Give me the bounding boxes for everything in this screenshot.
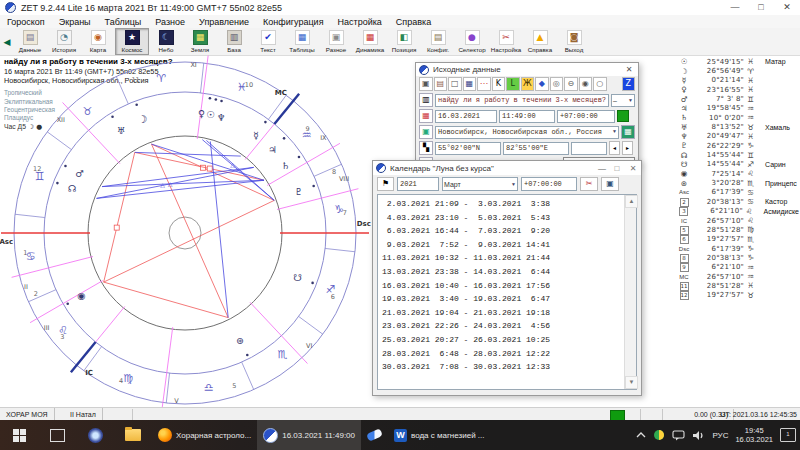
copy-icon[interactable]: ▣	[419, 77, 433, 91]
kite-icon[interactable]: ◆	[535, 77, 549, 91]
longitude-input[interactable]: 82°55'00"E	[503, 142, 569, 155]
now-icon[interactable]: ⋯	[477, 77, 491, 91]
toolbar-button-[interactable]: ◔История	[47, 28, 81, 55]
toolbar-button-[interactable]: ◙Выход	[557, 28, 591, 55]
menu-item-8[interactable]: Справка	[389, 17, 438, 27]
calendar-row[interactable]: 4.03.2021 23:10 - 5.03.2021 5:43	[382, 211, 623, 225]
toolbar-button-[interactable]: ▥База	[217, 28, 251, 55]
toolbar-button-[interactable]: ◧Позиция	[387, 28, 421, 55]
calendar-rows[interactable]: 2.03.2021 21:09 - 3.03.2021 3:38 4.03.20…	[382, 197, 623, 387]
date-row-icon[interactable]: ▦	[419, 109, 433, 123]
calendar-row[interactable]: 16.03.2021 10:40 - 16.03.2021 17:56	[382, 279, 623, 293]
calendar-row[interactable]: 2.03.2021 21:09 - 3.03.2021 3:38	[382, 197, 623, 211]
flag-icon[interactable]: ⚑	[377, 177, 394, 191]
calendar-row[interactable]: 21.03.2021 19:04 - 21.03.2021 19:18	[382, 306, 623, 320]
copy-list-icon[interactable]: ▣	[601, 177, 619, 191]
calendar-timezone-input[interactable]: +07:00:00	[521, 177, 577, 191]
dial1-icon[interactable]: ◎	[550, 77, 564, 91]
source-dialog-titlebar[interactable]: Исходные данные ✕	[416, 63, 638, 76]
antivirus-icon[interactable]	[653, 429, 665, 441]
toolbar-button-[interactable]: ▣Разное	[319, 28, 353, 55]
menu-item-5[interactable]: Управление	[192, 17, 256, 27]
save-icon[interactable]: ▦	[463, 77, 477, 91]
calendar-row[interactable]: 23.03.2021 22:26 - 24.03.2021 4:56	[382, 319, 623, 333]
calendar-row[interactable]: 28.03.2021 6:48 - 28.03.2021 12:22	[382, 347, 623, 361]
toolbar-button-[interactable]: ★Космос	[115, 28, 149, 55]
tray-chevron-icon[interactable]	[636, 431, 646, 439]
toolbar-button-[interactable]: ●Селектор	[455, 28, 489, 55]
zh-icon[interactable]: Ж	[521, 77, 535, 91]
menu-item-3[interactable]: Таблицы	[98, 17, 149, 27]
taskbar-app-zet[interactable]: 16.03.2021 11:49:00	[257, 420, 361, 450]
source-dialog-close-icon[interactable]: ✕	[620, 65, 638, 74]
calendar-scrollbar[interactable]: ▲ ▼	[624, 195, 636, 389]
date-input[interactable]: 16.03.2021	[435, 110, 497, 123]
spin-left-icon[interactable]: ◂	[609, 141, 620, 155]
speaker-icon[interactable]	[692, 430, 705, 441]
maximize-button[interactable]: □	[748, 0, 774, 15]
toolbar-button-[interactable]: ☾Небо	[149, 28, 183, 55]
calendar-row[interactable]: 11.03.2021 10:32 - 11.03.2021 21:44	[382, 251, 623, 265]
toolbar-button-[interactable]: ▦Динамика	[353, 28, 387, 55]
calendar-row[interactable]: 13.03.2021 23:38 - 14.03.2021 6:44	[382, 265, 623, 279]
toolbar-button-[interactable]: ✂Настройка	[489, 28, 523, 55]
tools-icon[interactable]: ✂	[580, 177, 598, 191]
cortana-button[interactable]	[76, 420, 114, 450]
taskbar-app-word[interactable]: Wвода с магнезией ...	[388, 420, 491, 450]
minimize-button[interactable]: —	[722, 0, 748, 15]
scroll-up-icon[interactable]: ▲	[625, 195, 638, 208]
start-button[interactable]	[0, 420, 38, 450]
question-combo[interactable]: –▼	[611, 94, 635, 107]
question-row-icon[interactable]: ▥	[419, 93, 433, 107]
toolbar-button-[interactable]: ▦Таблицы	[285, 28, 319, 55]
coords-row-icon[interactable]: ▚	[419, 141, 433, 155]
k-icon[interactable]: K	[492, 77, 506, 91]
new-icon[interactable]: □	[448, 77, 462, 91]
tray-clock[interactable]: 19:45 16.03.2021	[735, 426, 773, 445]
spin-right-icon[interactable]: ▸	[622, 141, 633, 155]
toolbar-button-[interactable]: ▲Справка	[523, 28, 557, 55]
radio-on-icon[interactable]: ◉	[579, 77, 593, 91]
calendar-row[interactable]: 30.03.2021 7:08 - 30.03.2021 12:33	[382, 360, 623, 374]
toolbar-button-[interactable]: ▤Конфиг.	[421, 28, 455, 55]
back-arrow-button[interactable]: ◀	[1, 31, 13, 53]
timezone-input[interactable]: +07:00:00	[557, 110, 615, 123]
menu-item-6[interactable]: Конфигурация	[256, 17, 330, 27]
chat-icon[interactable]	[672, 430, 685, 441]
calendar-row[interactable]: 6.03.2021 16:44 - 7.03.2021 9:20	[382, 224, 623, 238]
photo-icon[interactable]: ▤	[434, 77, 448, 91]
calendar-minimize-icon[interactable]: —	[595, 164, 609, 173]
task-view-button[interactable]	[38, 420, 76, 450]
toolbar-button-[interactable]: ✔Текст	[251, 28, 285, 55]
month-select[interactable]: Март▼	[442, 177, 518, 191]
city-input[interactable]: Новосибирск, Новосибирская обл., Россия▼	[435, 126, 619, 139]
toolbar-button-[interactable]: ▤Данные	[13, 28, 47, 55]
l-icon[interactable]: L	[506, 77, 520, 91]
menu-item-2[interactable]: Экраны	[52, 17, 98, 27]
taskbar-app-pill[interactable]	[361, 420, 388, 450]
menu-item-1[interactable]: Гороскоп	[0, 17, 52, 27]
notification-center-icon[interactable]: 1	[780, 428, 796, 442]
toolbar-button-[interactable]: ◉Карта	[81, 28, 115, 55]
altitude-input[interactable]	[571, 142, 607, 155]
latitude-input[interactable]: 55°02'00"N	[435, 142, 501, 155]
calendar-dialog-titlebar[interactable]: Календарь "Луна без курса" — □ ✕	[373, 161, 641, 175]
calendar-row[interactable]: 25.03.2021 20:27 - 26.03.2021 10:25	[382, 333, 623, 347]
question-input[interactable]: найду ли я работу в течении 3-х месяцев?	[435, 94, 609, 107]
file-explorer-button[interactable]	[114, 420, 152, 450]
taskbar-app-firefox[interactable]: Хорарная астроло...	[152, 420, 257, 450]
calendar-maximize-icon[interactable]: □	[609, 164, 625, 173]
toolbar-button-[interactable]: ▦Земля	[183, 28, 217, 55]
calendar-row[interactable]: 9.03.2021 7:52 - 9.03.2021 14:41	[382, 238, 623, 252]
menu-item-7[interactable]: Настройка	[331, 17, 389, 27]
calendar-row[interactable]: 19.03.2021 3:40 - 19.03.2021 6:47	[382, 292, 623, 306]
city-row-icon[interactable]: ▣	[419, 125, 433, 139]
map-icon[interactable]: ▦	[621, 125, 635, 139]
dial2-icon[interactable]: ⊖	[564, 77, 578, 91]
calendar-close-icon[interactable]: ✕	[625, 164, 641, 173]
time-input[interactable]: 11:49:00	[499, 110, 555, 123]
z-icon[interactable]: Z	[622, 77, 636, 91]
menu-item-4[interactable]: Разное	[148, 17, 192, 27]
close-button[interactable]: ✕	[774, 0, 800, 15]
year-input[interactable]: 2021	[397, 177, 439, 191]
